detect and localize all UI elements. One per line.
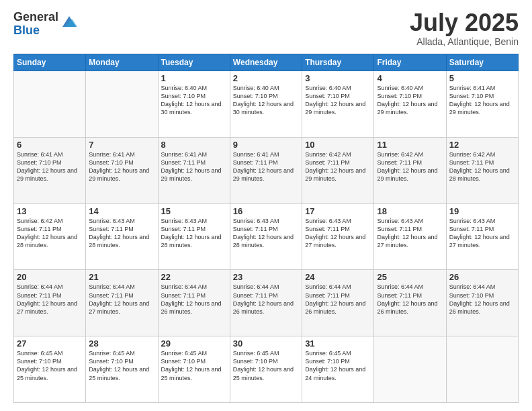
calendar-week-row: 1Sunrise: 6:40 AMSunset: 7:10 PMDaylight… xyxy=(14,71,519,138)
day-info: Sunrise: 6:44 AMSunset: 7:11 PMDaylight:… xyxy=(17,283,83,316)
calendar-cell xyxy=(14,71,86,138)
calendar-cell: 11Sunrise: 6:42 AMSunset: 7:11 PMDayligh… xyxy=(374,137,446,203)
calendar-week-row: 27Sunrise: 6:45 AMSunset: 7:10 PMDayligh… xyxy=(14,336,519,403)
calendar-cell: 22Sunrise: 6:44 AMSunset: 7:11 PMDayligh… xyxy=(158,270,230,336)
sunset-text: Sunset: 7:11 PM xyxy=(233,225,299,233)
sunset-text: Sunset: 7:10 PM xyxy=(233,92,299,100)
daylight-text: Daylight: 12 hours and 25 minutes. xyxy=(89,365,154,381)
logo-icon xyxy=(60,13,79,32)
day-number: 30 xyxy=(233,338,299,349)
calendar-cell: 9Sunrise: 6:41 AMSunset: 7:11 PMDaylight… xyxy=(230,137,302,203)
day-info: Sunrise: 6:45 AMSunset: 7:10 PMDaylight:… xyxy=(305,349,371,382)
daylight-text: Daylight: 12 hours and 29 minutes. xyxy=(377,167,443,183)
calendar-cell: 7Sunrise: 6:41 AMSunset: 7:10 PMDaylight… xyxy=(86,137,158,203)
daylight-text: Daylight: 12 hours and 26 minutes. xyxy=(305,300,371,316)
calendar-week-row: 20Sunrise: 6:44 AMSunset: 7:11 PMDayligh… xyxy=(14,270,519,336)
sunset-text: Sunset: 7:11 PM xyxy=(161,225,227,233)
day-info: Sunrise: 6:41 AMSunset: 7:10 PMDaylight:… xyxy=(89,150,154,183)
day-info: Sunrise: 6:44 AMSunset: 7:11 PMDaylight:… xyxy=(233,283,299,316)
calendar-cell: 31Sunrise: 6:45 AMSunset: 7:10 PMDayligh… xyxy=(302,336,374,403)
daylight-text: Daylight: 12 hours and 29 minutes. xyxy=(17,167,83,183)
day-number: 4 xyxy=(377,73,443,83)
daylight-text: Daylight: 12 hours and 27 minutes. xyxy=(17,300,83,316)
sunset-text: Sunset: 7:10 PM xyxy=(17,357,83,365)
day-info: Sunrise: 6:40 AMSunset: 7:10 PMDaylight:… xyxy=(377,84,443,117)
sunrise-text: Sunrise: 6:44 AM xyxy=(305,283,371,291)
day-info: Sunrise: 6:41 AMSunset: 7:11 PMDaylight:… xyxy=(233,150,299,183)
calendar-cell: 15Sunrise: 6:43 AMSunset: 7:11 PMDayligh… xyxy=(158,203,230,270)
sunrise-text: Sunrise: 6:40 AM xyxy=(233,84,299,92)
sunset-text: Sunset: 7:10 PM xyxy=(89,357,154,365)
day-info: Sunrise: 6:42 AMSunset: 7:11 PMDaylight:… xyxy=(449,150,515,183)
sunset-text: Sunset: 7:11 PM xyxy=(305,158,371,167)
sunset-text: Sunset: 7:10 PM xyxy=(305,357,371,365)
day-number: 14 xyxy=(89,206,154,216)
day-info: Sunrise: 6:45 AMSunset: 7:10 PMDaylight:… xyxy=(89,349,154,382)
location-subtitle: Allada, Atlantique, Benin xyxy=(410,36,519,47)
calendar-day-header: Friday xyxy=(374,54,446,71)
calendar-cell: 13Sunrise: 6:42 AMSunset: 7:11 PMDayligh… xyxy=(14,203,86,270)
calendar-cell: 10Sunrise: 6:42 AMSunset: 7:11 PMDayligh… xyxy=(302,137,374,203)
sunrise-text: Sunrise: 6:42 AM xyxy=(17,217,83,225)
day-info: Sunrise: 6:42 AMSunset: 7:11 PMDaylight:… xyxy=(377,150,443,183)
day-number: 16 xyxy=(233,206,299,216)
sunrise-text: Sunrise: 6:45 AM xyxy=(89,349,154,357)
day-info: Sunrise: 6:40 AMSunset: 7:10 PMDaylight:… xyxy=(161,84,227,117)
sunrise-text: Sunrise: 6:41 AM xyxy=(89,150,154,158)
calendar-cell: 24Sunrise: 6:44 AMSunset: 7:11 PMDayligh… xyxy=(302,270,374,336)
sunrise-text: Sunrise: 6:44 AM xyxy=(89,283,154,291)
daylight-text: Daylight: 12 hours and 26 minutes. xyxy=(233,300,299,316)
day-info: Sunrise: 6:40 AMSunset: 7:10 PMDaylight:… xyxy=(233,84,299,117)
sunrise-text: Sunrise: 6:44 AM xyxy=(449,283,515,291)
day-info: Sunrise: 6:41 AMSunset: 7:10 PMDaylight:… xyxy=(449,84,515,117)
sunset-text: Sunset: 7:11 PM xyxy=(377,158,443,167)
sunrise-text: Sunrise: 6:43 AM xyxy=(89,217,154,225)
day-number: 28 xyxy=(89,338,154,349)
calendar-header-row: SundayMondayTuesdayWednesdayThursdayFrid… xyxy=(14,54,519,71)
day-number: 22 xyxy=(161,272,227,282)
sunrise-text: Sunrise: 6:42 AM xyxy=(449,150,515,158)
calendar-cell: 27Sunrise: 6:45 AMSunset: 7:10 PMDayligh… xyxy=(14,336,86,403)
sunrise-text: Sunrise: 6:44 AM xyxy=(233,283,299,291)
day-info: Sunrise: 6:43 AMSunset: 7:11 PMDaylight:… xyxy=(449,217,515,250)
sunrise-text: Sunrise: 6:41 AM xyxy=(233,150,299,158)
sunrise-text: Sunrise: 6:41 AM xyxy=(161,150,227,158)
day-number: 26 xyxy=(449,272,515,282)
calendar-cell xyxy=(446,336,518,403)
day-number: 7 xyxy=(89,140,154,150)
calendar-cell: 12Sunrise: 6:42 AMSunset: 7:11 PMDayligh… xyxy=(446,137,518,203)
calendar-day-header: Tuesday xyxy=(158,54,230,71)
calendar-cell: 29Sunrise: 6:45 AMSunset: 7:10 PMDayligh… xyxy=(158,336,230,403)
calendar-cell: 3Sunrise: 6:40 AMSunset: 7:10 PMDaylight… xyxy=(302,71,374,138)
daylight-text: Daylight: 12 hours and 28 minutes. xyxy=(17,233,83,249)
sunrise-text: Sunrise: 6:45 AM xyxy=(161,349,227,357)
day-number: 24 xyxy=(305,272,371,282)
sunrise-text: Sunrise: 6:43 AM xyxy=(305,217,371,225)
sunrise-text: Sunrise: 6:43 AM xyxy=(377,217,443,225)
daylight-text: Daylight: 12 hours and 30 minutes. xyxy=(233,100,299,116)
daylight-text: Daylight: 12 hours and 27 minutes. xyxy=(449,233,515,249)
sunset-text: Sunset: 7:10 PM xyxy=(161,92,227,100)
sunrise-text: Sunrise: 6:41 AM xyxy=(17,150,83,158)
daylight-text: Daylight: 12 hours and 28 minutes. xyxy=(89,233,154,249)
day-number: 12 xyxy=(449,140,515,150)
sunset-text: Sunset: 7:11 PM xyxy=(449,158,515,167)
calendar-cell: 21Sunrise: 6:44 AMSunset: 7:11 PMDayligh… xyxy=(86,270,158,336)
day-info: Sunrise: 6:41 AMSunset: 7:10 PMDaylight:… xyxy=(17,150,83,183)
day-number: 2 xyxy=(233,73,299,83)
sunset-text: Sunset: 7:11 PM xyxy=(17,225,83,233)
sunset-text: Sunset: 7:10 PM xyxy=(449,92,515,100)
day-number: 21 xyxy=(89,272,154,282)
daylight-text: Daylight: 12 hours and 28 minutes. xyxy=(161,233,227,249)
day-info: Sunrise: 6:42 AMSunset: 7:11 PMDaylight:… xyxy=(305,150,371,183)
sunrise-text: Sunrise: 6:44 AM xyxy=(161,283,227,291)
daylight-text: Daylight: 12 hours and 26 minutes. xyxy=(161,300,227,316)
sunrise-text: Sunrise: 6:45 AM xyxy=(305,349,371,357)
sunset-text: Sunset: 7:11 PM xyxy=(305,225,371,233)
sunset-text: Sunset: 7:11 PM xyxy=(89,291,154,300)
day-info: Sunrise: 6:43 AMSunset: 7:11 PMDaylight:… xyxy=(161,217,227,250)
daylight-text: Daylight: 12 hours and 26 minutes. xyxy=(377,300,443,316)
calendar-day-header: Sunday xyxy=(14,54,86,71)
sunset-text: Sunset: 7:11 PM xyxy=(233,158,299,167)
day-number: 6 xyxy=(17,140,83,150)
